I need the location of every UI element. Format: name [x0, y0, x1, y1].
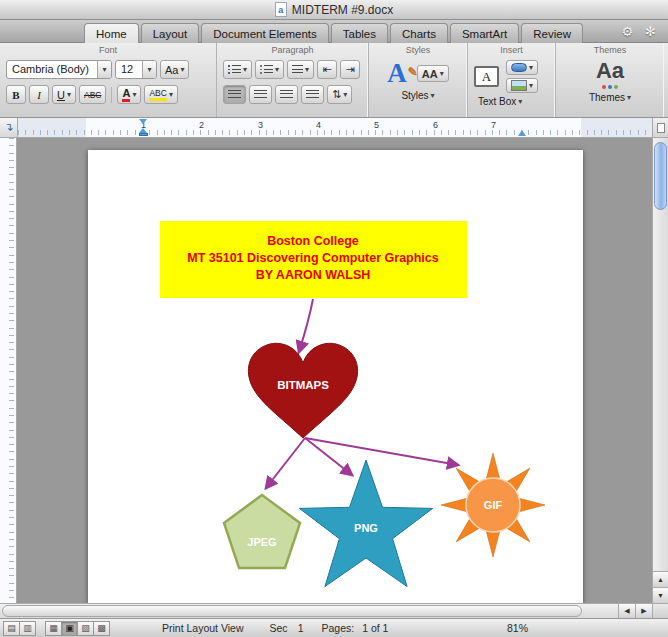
- font-name-value: Cambria (Body): [7, 61, 97, 78]
- star-label: PNG: [354, 522, 378, 534]
- bold-button[interactable]: B: [6, 85, 26, 104]
- ribbon-group-styles: Styles A ✎ AA ▾ Styles ▾: [368, 43, 467, 117]
- text-box-button-label[interactable]: Text Box ▾: [478, 96, 522, 107]
- page-icon: [657, 123, 665, 133]
- manage-styles-button[interactable]: AA ▾: [417, 65, 449, 82]
- text-box-button[interactable]: A: [474, 66, 499, 87]
- align-left-icon: [228, 90, 241, 100]
- tab-charts[interactable]: Charts: [390, 23, 448, 43]
- focus-view-button[interactable]: ▩: [93, 621, 110, 636]
- bullet-list-icon: [228, 65, 241, 75]
- notebook-view-button[interactable]: ▧: [77, 621, 94, 636]
- bullets-button[interactable]: ▾: [223, 60, 252, 79]
- justify-button[interactable]: [301, 85, 324, 104]
- numbered-list-icon: [260, 65, 273, 75]
- word-window: a MIDTERM #9.docx Home Layout Document E…: [0, 0, 668, 637]
- change-case-button[interactable]: Aa ▾: [160, 60, 189, 79]
- font-color-label: A: [122, 88, 130, 102]
- font-name-combobox[interactable]: Cambria (Body) ▾: [6, 60, 112, 79]
- vertical-scrollbar[interactable]: ▲ ▼: [652, 138, 668, 603]
- font-group-label: Font: [0, 45, 216, 55]
- outline-view-button[interactable]: ▥: [19, 621, 36, 636]
- increase-indent-button[interactable]: ⇥: [340, 60, 360, 79]
- chevron-down-icon[interactable]: ▾: [142, 61, 156, 78]
- tab-home[interactable]: Home: [84, 23, 139, 43]
- horizontal-ruler[interactable]: 1 2 3 4 5 6 7: [18, 118, 652, 138]
- manage-styles-icon: AA: [422, 68, 438, 80]
- view-mode-label: Print Layout View: [162, 622, 244, 634]
- sun-shape[interactable]: GIF: [441, 453, 545, 557]
- insert-group-label: Insert: [468, 45, 555, 55]
- ruler-corner-button[interactable]: [652, 118, 668, 138]
- align-right-button[interactable]: [275, 85, 298, 104]
- font-size-combobox[interactable]: 12 ▾: [115, 60, 157, 79]
- align-left-button[interactable]: [223, 85, 246, 104]
- section-value: 1: [298, 622, 304, 634]
- highlight-button[interactable]: ABC ▾: [144, 85, 178, 104]
- arrow-heart-to-pentagon[interactable]: [266, 438, 305, 488]
- title-line-1: Boston College: [267, 234, 359, 248]
- numbering-button[interactable]: ▾: [255, 60, 284, 79]
- draft-view-button[interactable]: ▤: [3, 621, 20, 636]
- ruler-number: 6: [433, 120, 438, 130]
- publishing-view-button[interactable]: ▦: [45, 621, 62, 636]
- styles-button-label[interactable]: Styles ▾: [401, 90, 434, 101]
- font-size-value: 12: [116, 61, 142, 78]
- font-color-button[interactable]: A ▾: [117, 85, 141, 104]
- scroll-right-button[interactable]: ▶: [635, 604, 652, 618]
- line-spacing-button[interactable]: ⇅ ▾: [327, 85, 352, 104]
- arrow-heart-to-star[interactable]: [305, 438, 352, 475]
- indent-marker[interactable]: [139, 119, 148, 136]
- zoom-level[interactable]: 81%: [507, 622, 528, 634]
- italic-button[interactable]: I: [29, 85, 49, 104]
- ribbon-options-icon[interactable]: ✻: [645, 24, 656, 39]
- strikethrough-button[interactable]: ABC: [79, 85, 106, 104]
- document-page[interactable]: Boston College MT 35101 Discovering Comp…: [88, 150, 583, 603]
- pentagon-label: JPEG: [247, 536, 276, 548]
- tab-tables[interactable]: Tables: [331, 23, 388, 43]
- print-layout-view-button[interactable]: ▣: [61, 621, 78, 636]
- divider: [111, 87, 112, 103]
- smartart-diagram: Boston College MT 35101 Discovering Comp…: [88, 150, 583, 603]
- themes-button[interactable]: Aa: [596, 60, 624, 89]
- chevron-down-icon: ▾: [169, 90, 173, 99]
- underline-button[interactable]: U ▾: [52, 85, 76, 104]
- arrow-title-to-heart[interactable]: [299, 299, 313, 352]
- tab-layout[interactable]: Layout: [141, 23, 200, 43]
- arrow-heart-to-sun[interactable]: [305, 438, 458, 465]
- pentagon-shape[interactable]: [224, 495, 300, 568]
- document-icon: a: [275, 2, 287, 17]
- ruler-number: 2: [199, 120, 204, 130]
- chevron-down-icon: ▾: [627, 93, 631, 102]
- horizontal-scrollbar[interactable]: ◀ ▶: [0, 603, 652, 618]
- multilevel-list-button[interactable]: ▾: [287, 60, 314, 79]
- title-line-3: BY AARON WALSH: [256, 268, 371, 282]
- align-center-button[interactable]: [249, 85, 272, 104]
- tab-smartart[interactable]: SmartArt: [450, 23, 519, 43]
- section-label: Sec: [270, 622, 288, 634]
- insert-shape-button[interactable]: ▾: [506, 60, 538, 75]
- themes-button-label[interactable]: Themes ▾: [589, 92, 631, 103]
- horizontal-scrollbar-thumb[interactable]: [2, 605, 582, 617]
- tab-stop-selector[interactable]: ↴: [0, 118, 18, 138]
- brush-icon: ✎: [408, 59, 418, 86]
- vertical-ruler[interactable]: [0, 138, 17, 603]
- paragraph-group-label: Paragraph: [217, 45, 368, 55]
- scroll-up-button[interactable]: ▲: [653, 571, 668, 587]
- tab-document-elements[interactable]: Document Elements: [201, 23, 329, 43]
- ribbon: Font Cambria (Body) ▾ 12 ▾ Aa ▾ B I: [0, 43, 668, 118]
- styles-button[interactable]: A ✎: [387, 60, 407, 87]
- chevron-down-icon[interactable]: ▾: [97, 61, 111, 78]
- scroll-left-button[interactable]: ◀: [618, 604, 635, 618]
- vertical-scrollbar-thumb[interactable]: [654, 142, 667, 210]
- right-indent-marker[interactable]: [518, 130, 526, 136]
- picture-icon: [511, 80, 527, 91]
- document-area[interactable]: Boston College MT 35101 Discovering Comp…: [17, 138, 652, 603]
- gear-icon[interactable]: ⚙: [621, 24, 633, 39]
- themes-group-label: Themes: [556, 45, 664, 55]
- scroll-down-button[interactable]: ▼: [653, 587, 668, 603]
- decrease-indent-button[interactable]: ⇤: [317, 60, 337, 79]
- ribbon-group-paragraph: Paragraph ▾ ▾ ▾ ⇤ ⇥: [216, 43, 368, 117]
- tab-review[interactable]: Review: [521, 23, 583, 43]
- insert-picture-button[interactable]: ▾: [506, 78, 538, 93]
